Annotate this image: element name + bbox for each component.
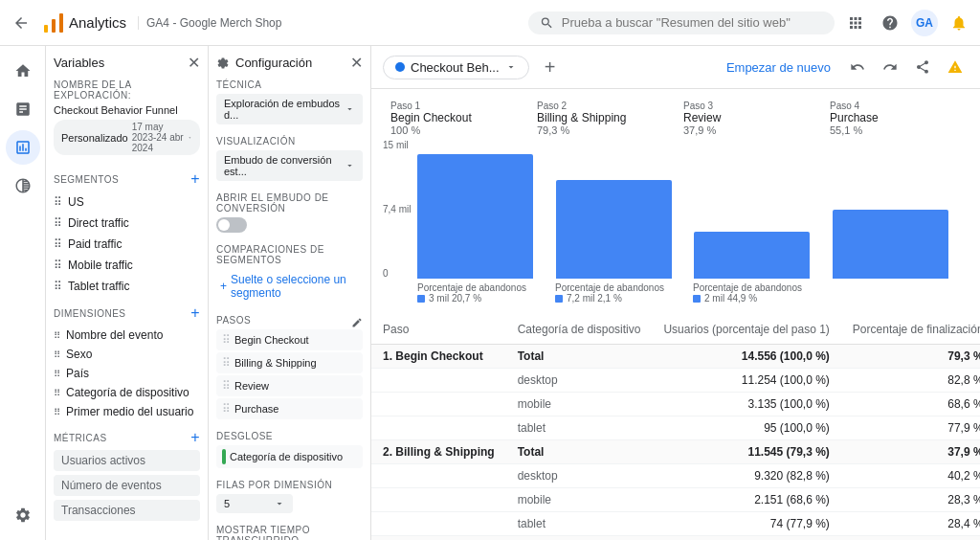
app-title: Analytics [69,14,126,31]
nav-reports[interactable] [6,92,40,126]
step-item[interactable]: ⠿Begin Checkout [216,329,363,350]
step-name: Purchase [830,111,961,124]
segment-item[interactable]: ⠿Direct traffic [54,213,200,234]
search-bar[interactable] [528,11,835,34]
breakdown-item[interactable]: Categoría de dispositivo [216,445,363,468]
abandon-label: Porcentaje de abandonos 2 mil 44,9 % [693,282,831,304]
search-input[interactable] [562,15,823,30]
segment-item[interactable]: ⠿Tablet traffic [54,276,200,297]
table-row: desktop11.254 (100,0 %)82,8 %1.93417,2 % [371,369,980,393]
add-tab-btn[interactable]: + [537,54,564,80]
nav-advertising[interactable] [6,169,40,203]
users-cell: 74 (77,9 %) [652,512,840,536]
grid-icon: ⠿ [54,349,60,360]
metric-item: Usuarios activos [54,450,200,471]
metric-item: Número de eventos [54,475,200,496]
funnel-steps-headers: Paso 1 Begin Checkout 100 % Paso 2 Billi… [383,101,969,136]
funnel-bar [694,232,810,279]
technique-select[interactable]: Exploración de embudos d... [216,94,363,124]
apps-icon[interactable] [842,10,869,36]
segment-item[interactable]: ⠿Mobile traffic [54,255,200,276]
table-row: mobile2.151 (68,6 %)28,3 %1.54371,7 % [371,488,980,512]
table-row: 1. Begin CheckoutTotal14.556 (100,0 %)79… [371,345,980,369]
abandon-labels: Porcentaje de abandonos 3 mil 20,7 % Por… [383,282,969,304]
dimension-item: ⠿Sexo [54,345,200,364]
rows-select[interactable]: 5 [216,494,293,513]
dimension-item: ⠿Primer medio del usuario [54,402,200,421]
step-name-cell: 2. Billing & Shipping [383,445,495,459]
grid-icon: ⠿ [54,259,62,272]
completion-cell: 28,4 % [841,512,980,536]
table-row: desktop9.320 (82,8 %)40,2 %5.57459,8 % [371,464,980,488]
completion-cell: 68,6 % [841,393,980,416]
undo-icon[interactable] [844,54,871,80]
category-cell: Total [506,345,653,369]
users-cell: 11.254 (100,0 %) [652,369,840,393]
completion-cell: 28,3 % [841,488,980,512]
config-title: Configuración [235,56,312,70]
table-th: Categoría de dispositivo [506,315,653,345]
edit-icon[interactable] [351,317,363,328]
property-label: GA4 - Google Merch Shop [138,16,521,30]
table-header: PasoCategoría de dispositivoUsuarios (po… [371,315,980,345]
back-button[interactable] [8,10,34,36]
drag-icon: ⠿ [222,379,231,393]
add-metric-btn[interactable]: + [190,429,200,446]
add-comparison-btn[interactable]: + Suelte o seleccione un segmento [216,269,363,304]
completion-cell: 79,3 % [841,345,980,369]
nav-explore[interactable] [6,130,40,165]
step-cell [371,369,506,393]
category-cell: desktop [506,369,653,393]
add-segment-btn[interactable]: + [190,170,200,188]
open-funnel-toggle[interactable] [216,217,247,233]
drag-icon: ⠿ [222,356,231,370]
help-icon[interactable] [877,10,903,36]
variables-close[interactable]: ✕ [188,54,200,72]
segment-item[interactable]: ⠿Paid traffic [54,234,200,255]
date-chip[interactable]: Personalizado 17 may 2023-24 abr 2024 [54,120,200,155]
dimensions-label: DIMENSIONES + [54,304,200,322]
step-num: Paso 2 [537,101,668,111]
nav-home[interactable] [6,54,40,88]
new-button[interactable]: Empezar de nuevo [719,56,838,79]
add-dimension-btn[interactable]: + [190,304,200,322]
y-axis: 15 mil 7,4 mil 0 [383,140,413,279]
warning-icon[interactable] [942,54,969,80]
step-item[interactable]: ⠿Purchase [216,398,363,419]
abandon-label: Porcentaje de abandonos 7,2 mil 2,1 % [555,282,693,304]
users-cell: 9.320 (82,8 %) [652,464,840,488]
segments-label: SEGMENTOS + [54,170,200,188]
config-close[interactable]: ✕ [350,54,363,72]
grid-icon: ⠿ [54,369,60,379]
visualization-select[interactable]: Embudo de conversión est... [216,150,363,181]
completion-cell: 37,9 % [841,440,980,464]
content-header: Checkout Beh... + Empezar de nuevo [371,46,980,89]
users-cell: 14.556 (100,0 %) [652,345,840,369]
nav-admin[interactable] [6,498,40,532]
metrics-list: Usuarios activosNúmero de eventosTransac… [54,450,200,521]
step-item[interactable]: ⠿Billing & Shipping [216,352,363,373]
account-icon[interactable]: GA [911,10,938,36]
config-icon [216,56,230,70]
step-num: Paso 4 [830,101,961,111]
table-row: mobile3.135 (100,0 %)68,6 %98431,4 % [371,393,980,416]
redo-icon[interactable] [877,54,903,80]
show-time-section: MOSTRAR TIEMPO TRANSCURRIDO [216,525,363,540]
tab-checkout[interactable]: Checkout Beh... [383,56,529,79]
segment-item[interactable]: ⠿US [54,191,200,213]
users-cell: 2.151 (68,6 %) [652,488,840,512]
category-cell: mobile [506,488,653,512]
share-icon[interactable] [909,54,936,80]
abandon-label: Porcentaje de abandonos 3 mil 20,7 % [417,282,555,304]
visualization-section: VISUALIZACIÓN Embudo de conversión est..… [216,136,363,181]
exploration-name: Checkout Behavior Funnel [54,104,200,116]
rows-section: FILAS POR DIMENSIÓN 5 [216,480,363,513]
funnel-bar-col [556,154,693,279]
header-right: Empezar de nuevo [719,54,969,80]
funnel-bar [833,210,948,279]
table-row: 3. ReviewTotal4.374 (30,0 %)55,1 %1.9664… [371,536,980,541]
grid-icon: ⠿ [54,280,62,293]
step-item[interactable]: ⠿Review [216,375,363,396]
category-cell: Total [506,536,653,541]
notifications-icon[interactable] [946,10,972,36]
